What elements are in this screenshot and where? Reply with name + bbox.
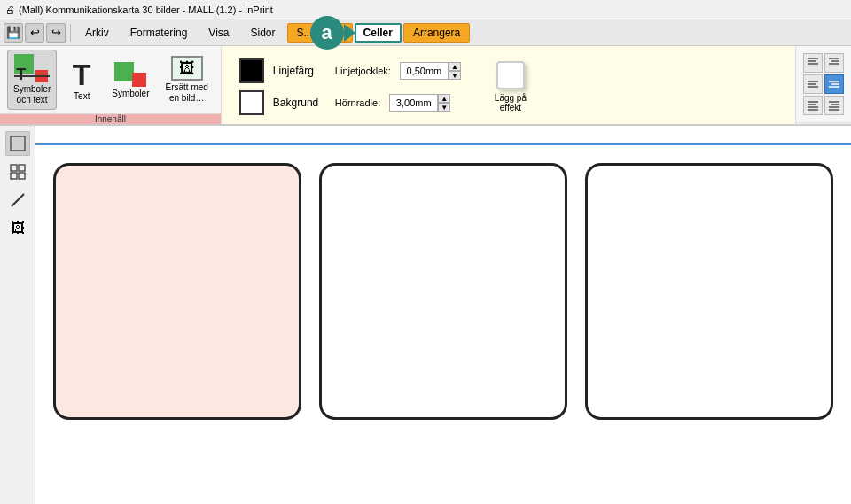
bakgrund-row: Bakgrund Hörnradie: ▲ ▼ <box>239 90 461 115</box>
hornradie-up[interactable]: ▲ <box>438 94 450 103</box>
hornradie-label: Hörnradie: <box>335 97 380 108</box>
image-tool-icon: 🖼 <box>11 221 25 236</box>
align-buttons-content <box>796 46 851 122</box>
hornradie-input[interactable] <box>389 94 438 112</box>
utseende-controls: Linjefärg Linjetjocklek: ▲ ▼ Bakgrund Hö <box>232 51 468 122</box>
underline-icon <box>14 75 50 77</box>
ersatt-label: Ersätt meden bild… <box>166 82 208 104</box>
toolbar-separator <box>70 24 71 42</box>
menu-arrangera[interactable]: Arrangera <box>403 23 470 43</box>
effekt-label: Lägg påeffekt <box>495 93 527 112</box>
card-2[interactable] <box>319 163 567 420</box>
tool-line[interactable] <box>5 188 30 213</box>
ribbon-innerhall-content: T Symboleroch text T Text Symboler <box>0 46 221 113</box>
tool-image[interactable]: 🖼 <box>5 216 30 241</box>
card-3[interactable] <box>585 163 833 420</box>
symboler-icon <box>114 62 146 87</box>
linjetjocklek-down[interactable]: ▼ <box>449 71 461 80</box>
linjefarg-label: Linjefärg <box>273 65 326 77</box>
linjefarg-row: Linjefärg Linjetjocklek: ▲ ▼ <box>239 58 461 83</box>
t-letter-icon: T <box>16 66 26 82</box>
canvas-area <box>35 126 851 504</box>
align-top-left-button[interactable] <box>803 53 823 73</box>
svg-rect-24 <box>19 173 25 179</box>
ribbon-group-utseende: Linjefärg Linjetjocklek: ▲ ▼ Bakgrund Hö <box>222 46 796 124</box>
align-group-label <box>796 122 851 124</box>
card-1[interactable] <box>53 163 301 420</box>
svg-rect-21 <box>11 165 17 171</box>
balloon-tooltip: a <box>310 16 344 50</box>
align-mid-right-button[interactable] <box>824 74 844 94</box>
ribbon: T Symboleroch text T Text Symboler <box>0 46 851 126</box>
left-sidebar: 🖼 <box>0 126 35 504</box>
ribbon-utseende-content: Linjefärg Linjetjocklek: ▲ ▼ Bakgrund Hö <box>222 46 795 128</box>
ribbon-btn-symboler[interactable]: Symboler <box>106 58 154 102</box>
menu-visa[interactable]: Visa <box>199 23 238 43</box>
cards-container <box>35 154 851 429</box>
linjetjocklek-arrows: ▲ ▼ <box>449 62 461 80</box>
bakgrund-color-box[interactable] <box>239 90 264 115</box>
ribbon-btn-text[interactable]: T Text <box>62 56 101 105</box>
save-button[interactable]: 💾 <box>4 23 23 43</box>
ribbon-btn-ersatt[interactable]: 🖼 Ersätt meden bild… <box>160 52 214 107</box>
symboler-och-text-label: Symboleroch text <box>13 84 51 105</box>
align-bot-left-button[interactable] <box>803 96 823 115</box>
bakgrund-label: Bakgrund <box>273 97 326 109</box>
menu-formatering[interactable]: Formatering <box>121 23 198 43</box>
ribbon-btn-symboler-och-text[interactable]: T Symboleroch text <box>7 50 57 110</box>
tool-select[interactable] <box>5 131 30 156</box>
undo-button[interactable]: ↩ <box>25 23 44 43</box>
ribbon-group-innerhall: T Symboleroch text T Text Symboler <box>0 46 222 124</box>
innerhall-label: Innehåll <box>0 113 221 124</box>
app-icon: 🖨 <box>5 4 15 15</box>
svg-rect-20 <box>11 136 25 151</box>
hornradie-spinner[interactable]: ▲ ▼ <box>389 94 450 112</box>
linjetjocklek-spinner[interactable]: ▲ ▼ <box>400 62 461 80</box>
menu-celler[interactable]: Celler <box>355 23 402 43</box>
align-top-right-button[interactable] <box>824 53 844 73</box>
hornradie-arrows: ▲ ▼ <box>438 94 450 112</box>
tool-grid[interactable] <box>5 159 30 184</box>
text-icon: T <box>73 59 91 89</box>
hornradie-down[interactable]: ▼ <box>438 103 450 112</box>
menu-toolbar: 💾 ↩ ↪ Arkiv Formatering Visa Sidor S... … <box>0 19 851 46</box>
celler-container: Celler a <box>355 23 402 43</box>
linjetjocklek-input[interactable] <box>400 62 449 80</box>
canvas-top-line <box>35 143 851 145</box>
menu-arkiv[interactable]: Arkiv <box>75 23 119 43</box>
svg-rect-22 <box>19 165 25 171</box>
align-buttons-grid <box>800 50 847 119</box>
title-text: (Mall) Kommunikationskarta 30 bilder - M… <box>19 4 273 15</box>
redo-button[interactable]: ↪ <box>46 23 66 43</box>
linjetjocklek-label: Linjetjocklek: <box>335 66 391 76</box>
effekt-preview-box <box>496 61 525 89</box>
align-bot-right-button[interactable] <box>824 96 844 115</box>
linjefarg-color-box[interactable] <box>239 58 264 83</box>
ribbon-group-align <box>796 46 851 124</box>
svg-line-25 <box>12 194 24 206</box>
align-mid-left-button[interactable] <box>803 74 823 94</box>
linjetjocklek-up[interactable]: ▲ <box>449 62 461 71</box>
svg-rect-23 <box>11 173 17 179</box>
titlebar: 🖨 (Mall) Kommunikationskarta 30 bilder -… <box>0 0 851 19</box>
menu-sidor[interactable]: Sidor <box>241 23 285 43</box>
lagg-pa-effekt-button[interactable]: Lägg påeffekt <box>491 58 530 116</box>
ersatt-image-icon: 🖼 <box>171 56 203 81</box>
